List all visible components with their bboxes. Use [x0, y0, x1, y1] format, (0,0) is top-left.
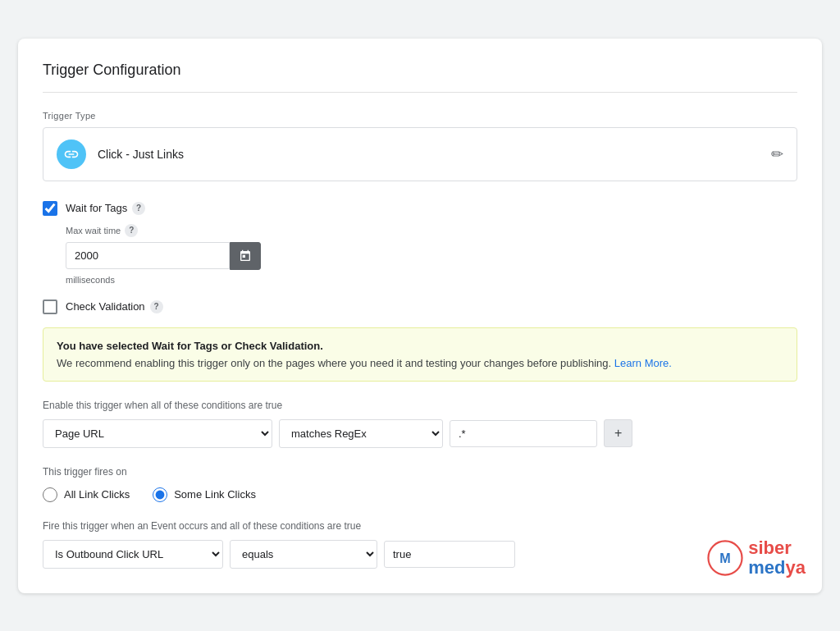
wait-time-add-btn[interactable] [230, 242, 261, 270]
condition-field2-select[interactable]: matches RegEx [279, 419, 443, 448]
some-link-clicks-label: Some Link Clicks [174, 488, 256, 501]
warning-title: You have selected Wait for Tags or Check… [57, 340, 783, 352]
wait-time-row [66, 242, 797, 270]
learn-more-link[interactable]: Learn More. [614, 357, 672, 369]
check-validation-label: Check Validation ? [66, 300, 163, 313]
watermark-text: siber medya [748, 538, 806, 578]
warning-body: We recommend enabling this trigger only … [57, 357, 783, 369]
enable-condition-label: Enable this trigger when all of these co… [43, 400, 797, 411]
link-icon-circle [57, 139, 86, 169]
max-wait-time-label: Max wait time ? [66, 224, 797, 237]
trigger-configuration-card: Trigger Configuration Trigger Type Click… [18, 39, 822, 593]
trigger-type-label: Trigger Type [43, 111, 797, 121]
wait-time-input[interactable] [66, 242, 230, 269]
watermark: M siber medya [707, 538, 806, 578]
all-link-clicks-radio[interactable] [43, 487, 57, 502]
edit-icon[interactable]: ✏ [771, 145, 783, 163]
fire-conditions-label: Fire this trigger when an Event occurs a… [43, 520, 797, 532]
condition-add-button[interactable]: + [604, 419, 632, 447]
wait-for-tags-row: Wait for Tags ? [43, 201, 797, 216]
fires-on-label: This trigger fires on [43, 466, 797, 478]
some-link-clicks-option[interactable]: Some Link Clicks [153, 487, 256, 502]
svg-text:M: M [720, 551, 731, 565]
sibermedya-logo: M [707, 540, 743, 576]
fire-conditions-row: Is Outbound Click URL equals [43, 540, 797, 569]
wait-for-tags-help-icon[interactable]: ? [132, 202, 145, 215]
radio-row: All Link Clicks Some Link Clicks [43, 487, 797, 502]
conditions-row: Page URL matches RegEx + [43, 419, 797, 448]
calendar-icon [239, 249, 252, 263]
all-link-clicks-option[interactable]: All Link Clicks [43, 487, 130, 502]
check-validation-row: Check Validation ? [43, 299, 797, 314]
warning-box: You have selected Wait for Tags or Check… [43, 327, 797, 382]
condition-field3-input[interactable] [450, 420, 597, 447]
trigger-type-box[interactable]: Click - Just Links ✏ [43, 127, 797, 181]
wait-for-tags-checkbox[interactable] [43, 201, 57, 216]
some-link-clicks-radio[interactable] [153, 487, 167, 502]
link-icon [63, 146, 80, 162]
max-wait-time-help-icon[interactable]: ? [125, 224, 138, 237]
check-validation-help-icon[interactable]: ? [150, 300, 163, 313]
fire-condition-field3-input[interactable] [384, 541, 515, 568]
fire-condition-field1-select[interactable]: Is Outbound Click URL [43, 540, 223, 569]
fire-condition-field2-select[interactable]: equals [230, 540, 377, 569]
condition-field1-select[interactable]: Page URL [43, 419, 272, 448]
wait-for-tags-label: Wait for Tags ? [66, 202, 145, 215]
trigger-type-name: Click - Just Links [98, 148, 184, 161]
all-link-clicks-label: All Link Clicks [64, 488, 130, 501]
milliseconds-label: milliseconds [66, 275, 797, 285]
check-validation-checkbox[interactable] [43, 299, 57, 314]
page-title: Trigger Configuration [43, 62, 797, 93]
trigger-type-left: Click - Just Links [57, 139, 184, 169]
